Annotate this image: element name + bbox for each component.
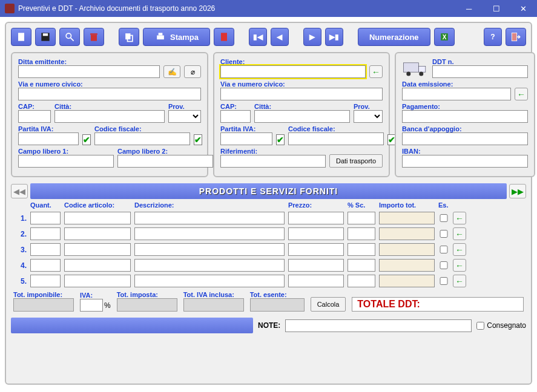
input-quant[interactable] <box>30 259 61 272</box>
input-sconto[interactable] <box>348 275 375 287</box>
check-cliente-piva[interactable]: ✔ <box>276 134 285 145</box>
ditta-pick-button[interactable]: ✍ <box>163 65 180 78</box>
input-descr[interactable] <box>134 275 285 287</box>
input-codice[interactable] <box>64 259 131 272</box>
close-button[interactable]: ✕ <box>510 0 537 17</box>
input-descr[interactable] <box>134 259 285 272</box>
check-ditta-cf[interactable]: ✔ <box>194 134 202 145</box>
calcola-button[interactable]: Calcola <box>311 297 346 312</box>
input-ditta-via[interactable] <box>18 88 201 100</box>
row-load-button[interactable]: ← <box>453 259 466 272</box>
val-esente <box>250 298 305 312</box>
nav-first-button[interactable]: ▮◀ <box>249 28 267 46</box>
exit-button[interactable] <box>506 28 526 46</box>
nav-next-button[interactable]: ▶ <box>303 28 321 46</box>
row-load-button[interactable]: ← <box>453 227 466 240</box>
save-button[interactable] <box>35 28 56 46</box>
select-ditta-prov[interactable] <box>168 110 201 123</box>
search-button[interactable] <box>59 28 80 46</box>
input-prezzo[interactable] <box>288 243 344 256</box>
pdf-button[interactable] <box>214 28 234 46</box>
row-load-button[interactable]: ← <box>453 243 466 256</box>
label-ditta-piva: Partita IVA: <box>18 125 79 132</box>
cliente-load-button[interactable]: ← <box>369 65 383 78</box>
input-cliente[interactable] <box>220 65 366 78</box>
input-ditta-citta[interactable] <box>54 110 165 123</box>
input-quant[interactable] <box>30 275 61 287</box>
new-button[interactable] <box>11 28 31 46</box>
input-ditta[interactable] <box>18 65 160 78</box>
input-prezzo[interactable] <box>288 259 344 272</box>
maximize-button[interactable]: ☐ <box>483 0 510 17</box>
minimize-button[interactable]: ─ <box>455 0 483 17</box>
print-button[interactable]: Stampa <box>143 28 210 46</box>
ditta-clear-button[interactable]: ⌀ <box>184 65 201 78</box>
label-cliente-citta: Città: <box>254 103 350 110</box>
hdr-importo: Importo tot. <box>379 201 435 209</box>
date-pick-button[interactable]: ← <box>515 88 528 100</box>
input-codice[interactable] <box>64 227 131 240</box>
input-codice[interactable] <box>64 275 131 287</box>
input-quant[interactable] <box>30 212 61 224</box>
input-ddt-n[interactable] <box>432 65 528 78</box>
input-cl1[interactable] <box>18 155 114 168</box>
input-cliente-via[interactable] <box>220 88 383 100</box>
check-es[interactable] <box>438 246 449 253</box>
input-data-em[interactable] <box>402 88 511 100</box>
input-pagamento[interactable] <box>402 110 528 123</box>
input-iva[interactable] <box>80 299 103 312</box>
input-prezzo[interactable] <box>288 227 344 240</box>
input-cl2[interactable] <box>117 155 213 168</box>
check-es[interactable] <box>438 214 449 222</box>
input-codice[interactable] <box>64 243 131 256</box>
input-importo <box>379 243 435 256</box>
nav-prev-button[interactable]: ◀ <box>271 28 289 46</box>
row-load-button[interactable]: ← <box>453 212 466 224</box>
page-prev-button[interactable]: ◀◀ <box>11 184 28 198</box>
numerazione-button[interactable]: Numerazione <box>358 28 430 46</box>
panel-cliente: Cliente: ← Via e numero civico: CAP: Cit… <box>213 52 390 177</box>
input-riferimenti[interactable] <box>220 155 326 168</box>
input-cliente-citta[interactable] <box>254 110 350 123</box>
titlebar: Preventivi e DDT - Archivio documenti di… <box>0 0 537 17</box>
input-quant[interactable] <box>30 243 61 256</box>
val-tot-imp <box>13 298 74 312</box>
input-ditta-cap[interactable] <box>18 110 51 123</box>
input-note[interactable] <box>285 319 472 332</box>
input-cliente-cf[interactable] <box>288 132 384 145</box>
input-descr[interactable] <box>134 227 285 240</box>
row-load-button[interactable]: ← <box>453 275 466 287</box>
input-sconto[interactable] <box>348 227 375 240</box>
check-es[interactable] <box>438 230 449 238</box>
label-ditta: Ditta emittente: <box>18 58 160 65</box>
page-next-button[interactable]: ▶▶ <box>509 184 526 198</box>
input-quant[interactable] <box>30 227 61 240</box>
input-ditta-piva[interactable] <box>18 132 79 145</box>
input-ditta-cf[interactable] <box>94 132 190 145</box>
check-es[interactable] <box>438 261 449 269</box>
help-button[interactable]: ? <box>484 28 502 46</box>
delete-button[interactable] <box>84 28 104 46</box>
nav-last-button[interactable]: ▶▮ <box>325 28 343 46</box>
input-prezzo[interactable] <box>288 275 344 287</box>
input-sconto[interactable] <box>348 212 375 224</box>
excel-button[interactable]: X <box>434 28 455 46</box>
svg-rect-2 <box>43 33 48 36</box>
input-codice[interactable] <box>64 212 131 224</box>
check-consegnato[interactable] <box>476 322 484 330</box>
input-banca[interactable] <box>402 132 528 145</box>
copy-button[interactable] <box>119 28 139 46</box>
input-cliente-piva[interactable] <box>220 132 272 145</box>
input-descr[interactable] <box>134 212 285 224</box>
dati-trasporto-button[interactable]: Dati trasporto <box>329 154 383 168</box>
input-cliente-cap[interactable] <box>220 110 251 123</box>
select-cliente-prov[interactable] <box>354 110 383 123</box>
input-iban[interactable] <box>402 155 528 168</box>
check-ditta-piva[interactable]: ✔ <box>82 134 91 145</box>
label-cliente: Cliente: <box>220 58 366 65</box>
check-es[interactable] <box>438 277 449 285</box>
input-sconto[interactable] <box>348 259 375 272</box>
input-descr[interactable] <box>134 243 285 256</box>
input-sconto[interactable] <box>348 243 375 256</box>
input-prezzo[interactable] <box>288 212 344 224</box>
